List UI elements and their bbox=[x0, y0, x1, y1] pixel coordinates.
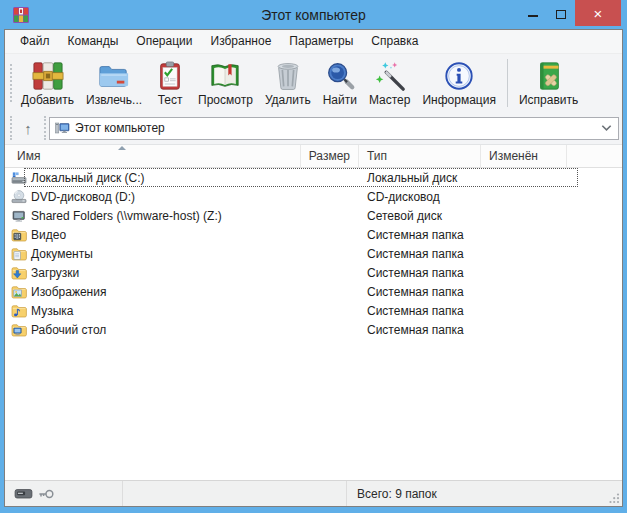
list-item-videos[interactable]: Видео Системная папка bbox=[5, 225, 622, 244]
dvd-drive-icon bbox=[11, 189, 27, 205]
list-item-pictures[interactable]: Изображения Системная папка bbox=[5, 282, 622, 301]
close-icon: × bbox=[594, 5, 603, 22]
test-clipboard-icon bbox=[154, 60, 186, 92]
menu-commands[interactable]: Команды bbox=[59, 30, 128, 53]
list-header: Имя Размер Тип Изменён bbox=[5, 145, 622, 168]
address-bar: ↑ Этот компьютер bbox=[5, 112, 622, 145]
column-header-size[interactable]: Размер bbox=[301, 145, 359, 167]
find-magnifier-icon bbox=[324, 60, 356, 92]
maximize-button[interactable] bbox=[547, 0, 575, 26]
add-button[interactable]: Добавить bbox=[15, 58, 80, 109]
delete-button[interactable]: Удалить bbox=[259, 58, 317, 109]
address-gripper-1[interactable] bbox=[10, 116, 12, 139]
menu-operations[interactable]: Операции bbox=[127, 30, 201, 53]
folder-music-icon bbox=[11, 303, 27, 319]
list-item-shared-folders-z[interactable]: Shared Folders (\\vmware-host) (Z:) Сете… bbox=[5, 206, 622, 225]
column-header-type[interactable]: Тип bbox=[359, 145, 481, 167]
minimize-button[interactable] bbox=[519, 0, 547, 26]
list-item-local-disk-c[interactable]: Локальный диск (C:) Локальный диск bbox=[5, 168, 622, 187]
view-button[interactable]: Просмотр bbox=[192, 58, 259, 109]
status-bar: Всего: 9 папок bbox=[5, 480, 622, 506]
minimize-icon bbox=[528, 15, 538, 17]
menubar: Файл Команды Операции Избранное Параметр… bbox=[5, 30, 622, 54]
wizard-button[interactable]: Мастер bbox=[363, 58, 417, 109]
encryption-key-icon[interactable] bbox=[38, 488, 54, 500]
list-item-desktop[interactable]: Рабочий стол Системная папка bbox=[5, 320, 622, 339]
delete-trash-icon bbox=[272, 60, 304, 92]
menu-favorites[interactable]: Избранное bbox=[202, 30, 281, 53]
add-archive-icon bbox=[32, 60, 64, 92]
extract-folder-icon bbox=[98, 60, 130, 92]
toolbar: Добавить Извлечь... Тест Просмотр Удалит… bbox=[5, 54, 622, 112]
find-button[interactable]: Найти bbox=[317, 58, 363, 109]
folder-desktop-icon bbox=[11, 322, 27, 338]
address-value: Этот компьютер bbox=[75, 121, 601, 135]
file-list: Локальный диск (C:) Локальный диск DVD-д… bbox=[5, 168, 622, 480]
toolbar-separator bbox=[507, 59, 508, 107]
toolbar-gripper[interactable] bbox=[10, 64, 12, 103]
resize-grip-icon[interactable] bbox=[608, 492, 620, 504]
titlebar: Этот компьютер × bbox=[4, 0, 623, 29]
repair-book-icon bbox=[533, 60, 565, 92]
column-header-name[interactable]: Имя bbox=[5, 145, 301, 167]
list-item-downloads[interactable]: Загрузки Системная папка bbox=[5, 263, 622, 282]
folder-downloads-icon bbox=[11, 265, 27, 281]
computer-icon bbox=[54, 120, 70, 136]
menu-file[interactable]: Файл bbox=[11, 30, 59, 53]
info-button[interactable]: Информация bbox=[416, 58, 501, 109]
maximize-icon bbox=[556, 10, 566, 19]
chevron-down-icon[interactable] bbox=[601, 124, 612, 132]
up-button[interactable]: ↑ bbox=[15, 116, 41, 140]
hard-disk-icon bbox=[11, 170, 27, 186]
list-item-documents[interactable]: Документы Системная папка bbox=[5, 244, 622, 263]
sort-ascending-icon bbox=[118, 146, 126, 150]
status-total-text: Всего: 9 папок bbox=[347, 487, 622, 501]
test-button[interactable]: Тест bbox=[148, 58, 192, 109]
window-controls: × bbox=[519, 0, 621, 27]
address-combobox[interactable]: Этот компьютер bbox=[49, 117, 619, 140]
folder-documents-icon bbox=[11, 246, 27, 262]
network-drive-icon bbox=[11, 208, 27, 224]
folder-video-icon bbox=[11, 227, 27, 243]
address-gripper-2[interactable] bbox=[44, 116, 46, 139]
winrar-window: Этот компьютер × Файл Команды Операции И… bbox=[0, 0, 627, 513]
column-header-filler bbox=[567, 145, 622, 167]
disk-activity-icon[interactable] bbox=[14, 488, 33, 500]
repair-button[interactable]: Исправить bbox=[513, 58, 584, 109]
window-content: Файл Команды Операции Избранное Параметр… bbox=[4, 29, 623, 507]
list-item-music[interactable]: Музыка Системная папка bbox=[5, 301, 622, 320]
extract-button[interactable]: Извлечь... bbox=[80, 58, 148, 109]
close-button[interactable]: × bbox=[575, 0, 621, 26]
info-circle-icon bbox=[443, 60, 475, 92]
column-header-modified[interactable]: Изменён bbox=[481, 145, 567, 167]
status-middle-pane bbox=[123, 481, 347, 506]
status-icons-pane bbox=[5, 481, 123, 506]
wizard-wand-icon bbox=[374, 60, 406, 92]
menu-options[interactable]: Параметры bbox=[280, 30, 362, 53]
up-arrow-icon: ↑ bbox=[24, 120, 32, 137]
folder-pictures-icon bbox=[11, 284, 27, 300]
view-book-icon bbox=[209, 60, 241, 92]
menu-help[interactable]: Справка bbox=[362, 30, 427, 53]
list-item-dvd-drive-d[interactable]: DVD-дисковод (D:) CD-дисковод bbox=[5, 187, 622, 206]
